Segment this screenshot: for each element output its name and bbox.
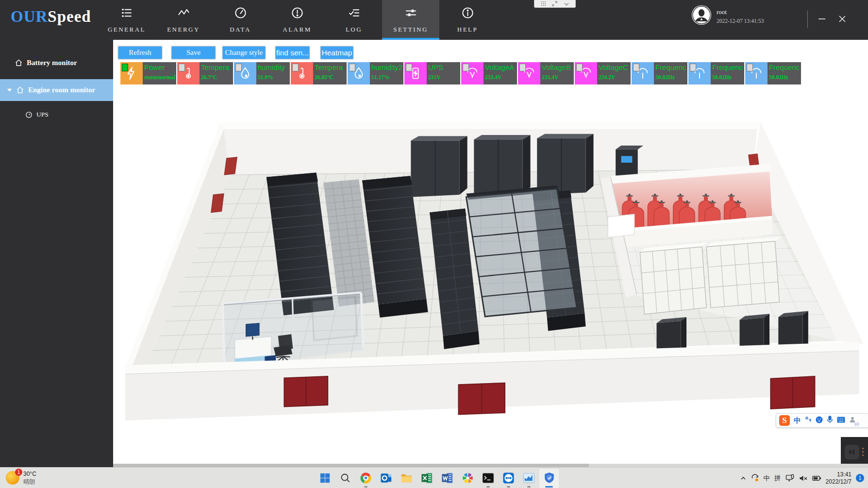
- freq-gauge-icon: [632, 62, 654, 84]
- tab-help[interactable]: HELP: [439, 0, 496, 40]
- terminal-icon[interactable]: [478, 469, 498, 488]
- sensor-chip-voltage-b[interactable]: VoltageB233.4V: [518, 62, 574, 84]
- tray-language-pinyin[interactable]: 拼: [774, 474, 781, 483]
- tab-data[interactable]: DATA: [212, 0, 269, 40]
- ime-toolbar[interactable]: S 中 10: [776, 413, 868, 428]
- sensor-checkbox[interactable]: [463, 64, 469, 71]
- tab-general[interactable]: GENERAL: [98, 0, 155, 40]
- tray-chevron-up-icon[interactable]: [740, 475, 747, 482]
- keyboard-icon[interactable]: [837, 416, 845, 425]
- sensor-checkbox[interactable]: [292, 64, 299, 71]
- sensor-checkbox[interactable]: [122, 64, 128, 71]
- tray-display-icon[interactable]: [785, 474, 795, 482]
- machine-room-3d-view[interactable]: [113, 87, 868, 464]
- sensor-chip-voltage-c[interactable]: VoltageC234.2V: [575, 62, 631, 84]
- activity-icon: [177, 6, 190, 21]
- tray-language-cn[interactable]: 中: [764, 474, 770, 483]
- tray-sync-icon[interactable]: [751, 474, 759, 482]
- ime-profile-badge: 10: [854, 422, 859, 426]
- sensor-chip-voltage-a[interactable]: VoltageA233.4V: [461, 62, 517, 84]
- weather-condition: 晴朗: [23, 478, 36, 486]
- wall-sign: [608, 214, 634, 237]
- file-explorer-icon[interactable]: [396, 469, 417, 488]
- tray-battery-icon[interactable]: [812, 475, 821, 482]
- photos-pinwheel-icon[interactable]: [457, 469, 478, 488]
- word-icon[interactable]: [437, 469, 457, 488]
- ime-profile-icon[interactable]: 10: [849, 416, 856, 425]
- notification-badge[interactable]: 1: [856, 474, 864, 482]
- sensor-checkbox[interactable]: [633, 64, 639, 71]
- gauge-icon: [234, 6, 247, 21]
- sensor-checkbox[interactable]: [519, 64, 526, 71]
- windows-start-icon[interactable]: [315, 469, 335, 488]
- logo-part1: OUR: [11, 8, 48, 25]
- save-button[interactable]: Save: [171, 46, 216, 59]
- change-style-button[interactable]: Change style: [222, 46, 266, 59]
- sensor-checkbox[interactable]: [690, 64, 696, 71]
- punctuation-icon[interactable]: [805, 416, 812, 425]
- user-info[interactable]: root 2022-12-07 13:41:53: [691, 5, 764, 27]
- sensor-checkbox[interactable]: [747, 64, 753, 71]
- button-label: Save: [186, 49, 200, 57]
- grid-dots-icon[interactable]: [541, 0, 546, 8]
- sensor-checkbox[interactable]: [576, 64, 583, 71]
- teamviewer-icon[interactable]: [498, 469, 518, 488]
- login-datetime: 2022-12-07 13:41:53: [717, 18, 764, 24]
- sensor-chip-frequency-c[interactable]: Frequenc50.02Hz: [745, 62, 801, 84]
- tab-alarm[interactable]: ALARM: [268, 0, 326, 40]
- sensor-value: 50.02Hz: [712, 74, 744, 80]
- water-drop-icon: [234, 62, 256, 84]
- sensor-title: VoltageA: [485, 63, 517, 72]
- refresh-button[interactable]: Refresh: [118, 46, 162, 59]
- close-button[interactable]: [835, 13, 850, 27]
- taskbar-weather-widget[interactable]: 1 30°C 晴朗: [6, 469, 36, 486]
- app-window: OURSpeed GENERAL ENERGY DATA ALARM LOG S…: [0, 0, 868, 488]
- expand-icon[interactable]: [552, 0, 557, 8]
- search-icon[interactable]: [335, 469, 355, 488]
- tab-label: HELP: [457, 26, 478, 34]
- sogou-logo-icon[interactable]: S: [779, 415, 790, 426]
- chrome-icon[interactable]: [355, 469, 376, 488]
- mic-icon[interactable]: [827, 416, 833, 425]
- minimize-button[interactable]: [815, 13, 829, 27]
- tab-energy[interactable]: ENERGY: [155, 0, 212, 40]
- task-manager-icon[interactable]: [518, 469, 539, 488]
- dial-icon: [25, 111, 33, 118]
- tab-label: ENERGY: [167, 26, 200, 34]
- red-double-door: [284, 376, 328, 407]
- outlook-icon[interactable]: [376, 469, 396, 488]
- sensor-checkbox[interactable]: [349, 64, 355, 71]
- tray-date: 2022/12/7: [826, 478, 851, 486]
- caret-down-icon: [7, 88, 12, 92]
- tab-log[interactable]: LOG: [325, 0, 383, 40]
- sidebar-item-engine-room-monitor[interactable]: Engine room monitor: [0, 79, 120, 101]
- ime-lang-toggle[interactable]: 中: [794, 416, 801, 425]
- floating-tool-widget[interactable]: [841, 437, 868, 467]
- sensor-value: 233.4V: [485, 74, 517, 80]
- sensor-chip-frequency-b[interactable]: Frequenc50.02Hz: [688, 62, 744, 84]
- scrollbar-thumb[interactable]: [113, 464, 589, 467]
- excel-icon[interactable]: [417, 469, 437, 488]
- find-sensor-button[interactable]: find sen...: [275, 46, 310, 59]
- tab-setting[interactable]: SETTING: [382, 0, 439, 40]
- sensor-chip-power[interactable]: Powerstatusnormal: [120, 62, 176, 84]
- freq-gauge-icon: [745, 62, 768, 84]
- sensor-chip-humidity-b[interactable]: humidity251.17%: [348, 62, 403, 84]
- ime-mini-toolbar[interactable]: [534, 0, 576, 8]
- sensor-checkbox[interactable]: [235, 64, 242, 71]
- sensor-chip-ups[interactable]: UPS231V: [404, 62, 460, 84]
- tray-mute-speaker-icon[interactable]: [799, 474, 808, 482]
- chevron-down-icon[interactable]: [564, 0, 569, 8]
- emoji-icon[interactable]: [816, 416, 823, 425]
- sidebar-item-battery-monitor[interactable]: Battery monitor: [0, 52, 128, 73]
- sensor-chip-frequency-a[interactable]: Frequenc50.02Hz: [632, 62, 687, 84]
- sensor-chip-temperature-b[interactable]: Tempera26.85°C: [291, 62, 347, 84]
- heatmap-button[interactable]: Heatmap: [320, 46, 353, 59]
- sensor-checkbox[interactable]: [179, 64, 185, 71]
- sensor-chip-humidity-a[interactable]: humidity51.9%: [234, 62, 290, 84]
- sensor-chip-temperature-a[interactable]: Tempera26.7°C: [177, 62, 233, 84]
- sensor-checkbox[interactable]: [406, 64, 412, 71]
- tray-clock[interactable]: 13:41 2022/12/7: [826, 471, 851, 486]
- horizontal-scrollbar[interactable]: [113, 464, 868, 467]
- monitor-app-icon[interactable]: [539, 469, 559, 488]
